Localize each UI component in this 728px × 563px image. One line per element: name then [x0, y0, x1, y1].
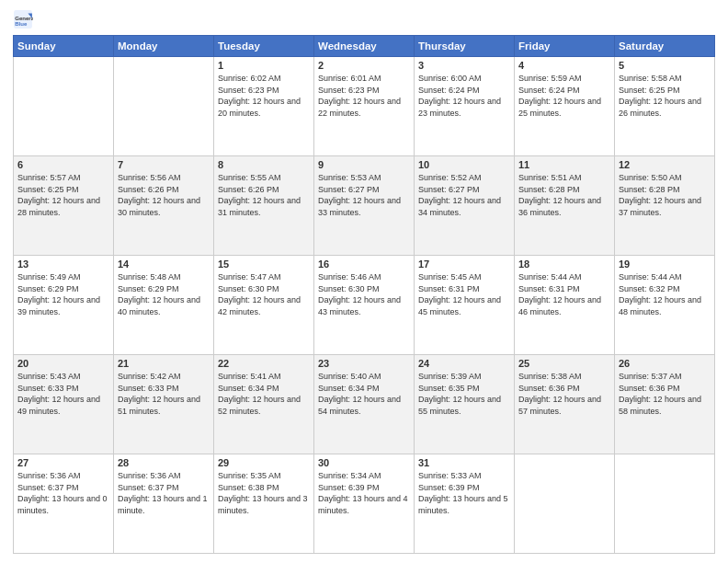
day-info: Sunrise: 5:36 AM Sunset: 6:37 PM Dayligh…: [17, 470, 109, 516]
day-number: 15: [218, 259, 310, 270]
calendar-table: SundayMondayTuesdayWednesdayThursdayFrid…: [13, 35, 715, 554]
calendar-cell: 23Sunrise: 5:40 AM Sunset: 6:34 PM Dayli…: [314, 355, 415, 454]
day-number: 21: [118, 358, 210, 369]
calendar-cell: 15Sunrise: 5:47 AM Sunset: 6:30 PM Dayli…: [214, 256, 314, 355]
calendar-cell: [515, 454, 615, 554]
day-info: Sunrise: 5:56 AM Sunset: 6:26 PM Dayligh…: [118, 172, 210, 218]
calendar-cell: 8Sunrise: 5:55 AM Sunset: 6:26 PM Daylig…: [214, 156, 314, 256]
day-number: 9: [318, 159, 410, 170]
day-info: Sunrise: 5:57 AM Sunset: 6:25 PM Dayligh…: [17, 172, 109, 218]
day-info: Sunrise: 5:44 AM Sunset: 6:31 PM Dayligh…: [518, 271, 610, 317]
day-number: 11: [518, 159, 610, 170]
day-info: Sunrise: 5:34 AM Sunset: 6:39 PM Dayligh…: [318, 470, 410, 516]
day-info: Sunrise: 5:47 AM Sunset: 6:30 PM Dayligh…: [218, 271, 310, 317]
day-info: Sunrise: 5:42 AM Sunset: 6:33 PM Dayligh…: [118, 371, 210, 417]
calendar-cell: 5Sunrise: 5:58 AM Sunset: 6:25 PM Daylig…: [615, 57, 715, 156]
calendar-cell: 11Sunrise: 5:51 AM Sunset: 6:28 PM Dayli…: [515, 156, 615, 256]
day-number: 31: [418, 457, 510, 468]
day-number: 10: [418, 159, 510, 170]
day-info: Sunrise: 6:01 AM Sunset: 6:23 PM Dayligh…: [318, 73, 410, 119]
page: General Blue SundayMondayTuesdayWednesda…: [0, 0, 728, 563]
calendar-cell: 31Sunrise: 5:33 AM Sunset: 6:39 PM Dayli…: [415, 454, 515, 554]
calendar-week-3: 13Sunrise: 5:49 AM Sunset: 6:29 PM Dayli…: [14, 256, 715, 355]
day-number: 25: [518, 358, 610, 369]
calendar-cell: 25Sunrise: 5:38 AM Sunset: 6:36 PM Dayli…: [515, 355, 615, 454]
day-info: Sunrise: 5:33 AM Sunset: 6:39 PM Dayligh…: [418, 470, 510, 516]
day-number: 1: [218, 60, 310, 71]
calendar-cell: 9Sunrise: 5:53 AM Sunset: 6:27 PM Daylig…: [314, 156, 415, 256]
day-number: 19: [619, 259, 711, 270]
day-number: 7: [118, 159, 210, 170]
day-number: 28: [118, 457, 210, 468]
logo-icon: General Blue: [13, 9, 33, 29]
calendar-cell: 20Sunrise: 5:43 AM Sunset: 6:33 PM Dayli…: [14, 355, 114, 454]
day-number: 20: [17, 358, 109, 369]
calendar-col-wednesday: Wednesday: [314, 36, 415, 57]
calendar-cell: 1Sunrise: 6:02 AM Sunset: 6:23 PM Daylig…: [214, 57, 314, 156]
day-info: Sunrise: 5:40 AM Sunset: 6:34 PM Dayligh…: [318, 371, 410, 417]
day-number: 17: [418, 259, 510, 270]
day-info: Sunrise: 5:41 AM Sunset: 6:34 PM Dayligh…: [218, 371, 310, 417]
day-info: Sunrise: 5:53 AM Sunset: 6:27 PM Dayligh…: [318, 172, 410, 218]
day-info: Sunrise: 5:36 AM Sunset: 6:37 PM Dayligh…: [118, 470, 210, 516]
calendar-cell: [114, 57, 214, 156]
calendar-cell: 29Sunrise: 5:35 AM Sunset: 6:38 PM Dayli…: [214, 454, 314, 554]
svg-text:General: General: [15, 16, 33, 21]
day-info: Sunrise: 5:38 AM Sunset: 6:36 PM Dayligh…: [518, 371, 610, 417]
calendar-cell: 22Sunrise: 5:41 AM Sunset: 6:34 PM Dayli…: [214, 355, 314, 454]
day-number: 2: [318, 60, 410, 71]
calendar-col-monday: Monday: [114, 36, 214, 57]
day-number: 23: [318, 358, 410, 369]
calendar-cell: 13Sunrise: 5:49 AM Sunset: 6:29 PM Dayli…: [14, 256, 114, 355]
day-number: 5: [619, 60, 711, 71]
calendar-cell: 18Sunrise: 5:44 AM Sunset: 6:31 PM Dayli…: [515, 256, 615, 355]
day-number: 13: [17, 259, 109, 270]
calendar-cell: 26Sunrise: 5:37 AM Sunset: 6:36 PM Dayli…: [615, 355, 715, 454]
day-number: 18: [518, 259, 610, 270]
calendar-week-5: 27Sunrise: 5:36 AM Sunset: 6:37 PM Dayli…: [14, 454, 715, 554]
day-info: Sunrise: 5:43 AM Sunset: 6:33 PM Dayligh…: [17, 371, 109, 417]
day-number: 30: [318, 457, 410, 468]
day-info: Sunrise: 5:39 AM Sunset: 6:35 PM Dayligh…: [418, 371, 510, 417]
calendar-col-saturday: Saturday: [615, 36, 715, 57]
day-info: Sunrise: 6:00 AM Sunset: 6:24 PM Dayligh…: [418, 73, 510, 119]
day-number: 12: [619, 159, 711, 170]
calendar-cell: 17Sunrise: 5:45 AM Sunset: 6:31 PM Dayli…: [415, 256, 515, 355]
calendar-cell: 14Sunrise: 5:48 AM Sunset: 6:29 PM Dayli…: [114, 256, 214, 355]
calendar-cell: 2Sunrise: 6:01 AM Sunset: 6:23 PM Daylig…: [314, 57, 415, 156]
header: General Blue: [13, 9, 715, 29]
day-info: Sunrise: 5:59 AM Sunset: 6:24 PM Dayligh…: [518, 73, 610, 119]
calendar-week-1: 1Sunrise: 6:02 AM Sunset: 6:23 PM Daylig…: [14, 57, 715, 156]
day-number: 24: [418, 358, 510, 369]
day-info: Sunrise: 5:51 AM Sunset: 6:28 PM Dayligh…: [518, 172, 610, 218]
day-info: Sunrise: 5:50 AM Sunset: 6:28 PM Dayligh…: [619, 172, 711, 218]
day-info: Sunrise: 5:52 AM Sunset: 6:27 PM Dayligh…: [418, 172, 510, 218]
calendar-cell: 19Sunrise: 5:44 AM Sunset: 6:32 PM Dayli…: [615, 256, 715, 355]
day-info: Sunrise: 5:37 AM Sunset: 6:36 PM Dayligh…: [619, 371, 711, 417]
calendar-cell: 6Sunrise: 5:57 AM Sunset: 6:25 PM Daylig…: [14, 156, 114, 256]
calendar-cell: 3Sunrise: 6:00 AM Sunset: 6:24 PM Daylig…: [415, 57, 515, 156]
day-number: 14: [118, 259, 210, 270]
svg-text:Blue: Blue: [15, 21, 28, 27]
calendar-col-thursday: Thursday: [415, 36, 515, 57]
day-number: 6: [17, 159, 109, 170]
day-info: Sunrise: 5:48 AM Sunset: 6:29 PM Dayligh…: [118, 271, 210, 317]
day-number: 26: [619, 358, 711, 369]
calendar-week-2: 6Sunrise: 5:57 AM Sunset: 6:25 PM Daylig…: [14, 156, 715, 256]
calendar-week-4: 20Sunrise: 5:43 AM Sunset: 6:33 PM Dayli…: [14, 355, 715, 454]
day-info: Sunrise: 5:55 AM Sunset: 6:26 PM Dayligh…: [218, 172, 310, 218]
calendar-cell: 7Sunrise: 5:56 AM Sunset: 6:26 PM Daylig…: [114, 156, 214, 256]
day-number: 22: [218, 358, 310, 369]
calendar-col-friday: Friday: [515, 36, 615, 57]
calendar-cell: 24Sunrise: 5:39 AM Sunset: 6:35 PM Dayli…: [415, 355, 515, 454]
calendar-cell: 16Sunrise: 5:46 AM Sunset: 6:30 PM Dayli…: [314, 256, 415, 355]
day-info: Sunrise: 5:49 AM Sunset: 6:29 PM Dayligh…: [17, 271, 109, 317]
calendar-col-tuesday: Tuesday: [214, 36, 314, 57]
calendar-cell: 30Sunrise: 5:34 AM Sunset: 6:39 PM Dayli…: [314, 454, 415, 554]
calendar-cell: [14, 57, 114, 156]
day-info: Sunrise: 5:35 AM Sunset: 6:38 PM Dayligh…: [218, 470, 310, 516]
day-info: Sunrise: 5:44 AM Sunset: 6:32 PM Dayligh…: [619, 271, 711, 317]
day-info: Sunrise: 6:02 AM Sunset: 6:23 PM Dayligh…: [218, 73, 310, 119]
day-number: 29: [218, 457, 310, 468]
calendar-cell: [615, 454, 715, 554]
